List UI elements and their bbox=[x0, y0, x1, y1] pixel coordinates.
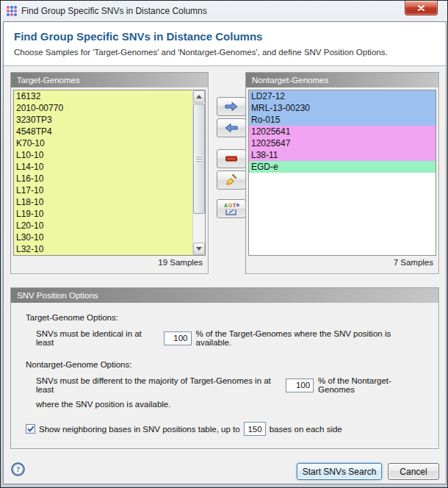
neighbor-bases-input[interactable] bbox=[244, 422, 266, 436]
list-item[interactable]: 16132 bbox=[14, 90, 192, 102]
list-item[interactable]: K70-10 bbox=[14, 137, 192, 149]
list-item[interactable]: L10-10 bbox=[14, 149, 192, 161]
neighbor-suffix: bases on each side bbox=[270, 425, 342, 434]
svg-text:A: A bbox=[224, 203, 228, 208]
help-button[interactable]: ? bbox=[11, 462, 25, 476]
list-item[interactable]: 2010-00770 bbox=[14, 102, 192, 114]
title-bar[interactable]: Find Group Specific SNVs in Distance Col… bbox=[1, 1, 447, 21]
transfer-button-column: A G T bbox=[215, 72, 248, 218]
app-icon bbox=[7, 6, 17, 16]
clear-lists-button[interactable] bbox=[217, 171, 246, 190]
arrow-left-icon bbox=[224, 123, 239, 133]
nontarget-sample-count: 7 Samples bbox=[248, 256, 436, 267]
list-item[interactable]: Ro-015 bbox=[249, 114, 436, 126]
move-right-button[interactable] bbox=[217, 97, 246, 116]
nontarget-genomes-header: Nontarget-Genomes bbox=[246, 73, 438, 87]
move-left-button[interactable] bbox=[217, 118, 246, 137]
nontarget-percent-input[interactable] bbox=[286, 378, 314, 392]
dialog-body: Find Group Specific SNVs in Distance Col… bbox=[3, 21, 447, 484]
nontarget-genomes-list[interactable]: LD27-12MRL-13-00230Ro-015120256411202564… bbox=[248, 90, 436, 256]
page-title: Find Group Specific SNVs in Distance Col… bbox=[14, 30, 446, 43]
nontarget-genomes-panel: Nontarget-Genomes LD27-12MRL-13-00230Ro-… bbox=[245, 72, 439, 274]
target-percent-input[interactable] bbox=[164, 331, 192, 345]
page-subtitle: Choose Samples for 'Target-Genomes' and … bbox=[14, 48, 446, 57]
target-rule-prefix: SNVs must be identical in at least bbox=[36, 329, 159, 347]
list-item[interactable]: 4548TP4 bbox=[14, 126, 192, 137]
target-sample-count: 19 Samples bbox=[13, 256, 206, 267]
list-item[interactable]: 12025647 bbox=[249, 137, 436, 149]
checkmark-icon bbox=[27, 426, 35, 432]
banner: Find Group Specific SNVs in Distance Col… bbox=[4, 22, 446, 66]
list-item[interactable]: MRL-13-00230 bbox=[249, 102, 436, 114]
list-item[interactable]: L32-10 bbox=[14, 243, 192, 255]
window-title: Find Group Specific SNVs in Distance Col… bbox=[21, 6, 207, 16]
list-item[interactable]: LD27-12 bbox=[249, 90, 436, 102]
list-item[interactable]: L18-10 bbox=[14, 196, 192, 208]
target-genomes-panel: Target-Genomes 161322010-007703230TP3454… bbox=[10, 72, 209, 274]
question-mark-icon: ? bbox=[16, 465, 20, 473]
cancel-button[interactable]: Cancel bbox=[388, 463, 439, 480]
nontarget-rule-prefix: SNVs must be different to the majority o… bbox=[36, 376, 281, 394]
nontarget-genome-options-label: Nontarget-Genome Options: bbox=[26, 360, 424, 369]
svg-text:T: T bbox=[233, 203, 236, 208]
arrow-up-icon bbox=[196, 95, 202, 98]
list-item[interactable]: L19-10 bbox=[14, 208, 192, 220]
close-icon bbox=[418, 5, 424, 11]
list-item[interactable]: L30-10 bbox=[14, 232, 192, 243]
target-genomes-header: Target-Genomes bbox=[11, 73, 208, 87]
list-item[interactable]: 3230TP3 bbox=[14, 114, 192, 126]
agt-import-icon: A G T bbox=[223, 202, 239, 216]
list-item[interactable]: L16-10 bbox=[14, 173, 192, 184]
snv-position-options-group: SNV Position Options Target-Genome Optio… bbox=[10, 287, 439, 449]
list-item[interactable]: L20-10 bbox=[14, 220, 192, 232]
target-genomes-list[interactable]: 161322010-007703230TP34548TP4K70-10L10-1… bbox=[13, 90, 206, 256]
scrollbar-down-button[interactable] bbox=[193, 243, 205, 255]
scrollbar[interactable] bbox=[192, 90, 205, 255]
arrow-right-icon bbox=[224, 101, 239, 112]
target-genome-options-label: Target-Genome Options: bbox=[26, 313, 424, 322]
nontarget-rule-continuation: where the SNV position is available. bbox=[36, 400, 424, 409]
show-neighbors-label: Show neighboring bases in SNV positions … bbox=[39, 425, 240, 434]
arrow-down-icon bbox=[196, 247, 202, 251]
broom-icon bbox=[225, 173, 238, 187]
show-neighbors-checkbox[interactable] bbox=[26, 424, 35, 434]
list-item[interactable]: 12025641 bbox=[249, 126, 436, 137]
list-item[interactable]: L14-10 bbox=[14, 161, 192, 173]
import-selection-button[interactable]: A G T bbox=[217, 199, 246, 218]
dialog-window: Find Group Specific SNVs in Distance Col… bbox=[0, 0, 448, 488]
remove-icon bbox=[225, 156, 237, 162]
list-item[interactable]: EGD-e bbox=[249, 161, 436, 173]
scrollbar-thumb[interactable] bbox=[193, 104, 205, 214]
close-button[interactable] bbox=[405, 1, 438, 15]
nontarget-rule-suffix: % of the Nontarget-Genomes bbox=[318, 376, 424, 394]
list-item[interactable]: L17-10 bbox=[14, 184, 192, 196]
remove-samples-button[interactable] bbox=[217, 149, 246, 168]
scrollbar-grip-icon bbox=[196, 156, 202, 162]
start-snvs-search-button[interactable]: Start SNVs Search bbox=[297, 463, 382, 480]
target-rule-suffix: % of the Target-Genomes where the SNV po… bbox=[196, 329, 424, 347]
list-item[interactable]: L38-11 bbox=[249, 149, 436, 161]
scrollbar-up-button[interactable] bbox=[193, 90, 205, 103]
snv-position-options-header: SNV Position Options bbox=[11, 288, 438, 303]
